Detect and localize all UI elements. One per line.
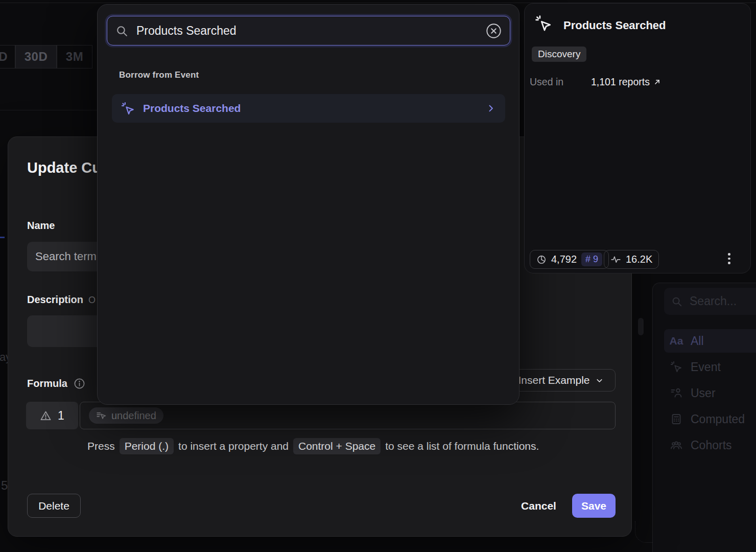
- axis-tick-fragment: 5: [1, 478, 8, 493]
- save-button[interactable]: Save: [572, 494, 616, 518]
- toolbar-divider: [0, 110, 97, 110]
- sidebar-item-label: All: [691, 334, 704, 348]
- text-format-icon: Aa: [670, 335, 682, 347]
- formula-warning-counter[interactable]: 1: [26, 402, 78, 429]
- sidebar-item-label: Event: [691, 360, 721, 374]
- category-badge: Discovery: [532, 47, 586, 62]
- description-optional-fragment: O: [88, 295, 96, 306]
- property-search-field[interactable]: [107, 16, 510, 45]
- info-icon[interactable]: [74, 378, 85, 389]
- activity-pill[interactable]: 16.2K: [604, 250, 659, 269]
- formula-property-chip[interactable]: undefined: [89, 407, 163, 424]
- search-icon: [115, 25, 128, 37]
- time-range-30d-button[interactable]: 30D: [15, 45, 57, 68]
- description-label: Description: [27, 294, 83, 306]
- insert-example-label: Insert Example: [518, 374, 589, 386]
- search-icon: [671, 296, 682, 307]
- formula-label-row: Formula: [27, 378, 85, 389]
- time-range-3m-label: 3M: [66, 50, 83, 64]
- hint-press: Press: [87, 440, 115, 452]
- sidebar-item-computed[interactable]: Computed: [664, 407, 756, 431]
- control-space-key-chip: Control + Space: [293, 438, 381, 454]
- used-in-reports-link[interactable]: 1,101 reports: [591, 76, 662, 88]
- sidebar-item-event[interactable]: Event: [664, 355, 756, 379]
- sidebar-item-user[interactable]: User: [664, 381, 756, 405]
- property-search-input[interactable]: [135, 24, 479, 38]
- event-result-row[interactable]: Products Searched: [112, 94, 505, 123]
- chevron-right-icon: [486, 103, 496, 113]
- sidebar-item-label: Cohorts: [691, 439, 732, 452]
- hint-mid: to insert a property and: [178, 440, 289, 452]
- event-cursor-icon: [670, 361, 682, 373]
- total-count-value: 4,792: [551, 254, 577, 265]
- sidebar-search-field[interactable]: [664, 288, 756, 315]
- hint-end: to see a list of formula functions.: [385, 440, 539, 452]
- warning-icon: [40, 410, 52, 422]
- time-range-3m-button[interactable]: 3M: [57, 45, 92, 68]
- property-search-dropdown: Borrow from Event Products Searched: [97, 4, 519, 405]
- cohorts-icon: [670, 439, 682, 451]
- event-result-label: Products Searched: [143, 102, 241, 114]
- chart-line-fragment: [0, 237, 5, 238]
- sidebar-item-all[interactable]: Aa All: [664, 329, 756, 353]
- user-icon: [670, 387, 682, 399]
- clear-search-button[interactable]: [486, 23, 502, 39]
- more-options-button[interactable]: [728, 253, 730, 264]
- sidebar-search-input[interactable]: [689, 294, 756, 309]
- calculator-icon: [670, 413, 682, 425]
- total-count-pill[interactable]: 4,792 # 9: [530, 250, 609, 269]
- sidebar-item-cohorts[interactable]: Cohorts: [664, 433, 756, 457]
- time-range-30d-label: 30D: [25, 50, 48, 64]
- background-scrollbar-thumb[interactable]: [638, 318, 644, 335]
- name-label: Name: [27, 220, 55, 232]
- rank-badge: # 9: [581, 252, 602, 266]
- cancel-button[interactable]: Cancel: [512, 494, 565, 518]
- sidebar-item-label: Computed: [691, 412, 745, 426]
- borrow-from-event-label: Borrow from Event: [119, 70, 199, 80]
- event-details-panel: Products Searched Discovery Used in 1,10…: [524, 3, 751, 273]
- event-cursor-icon: [535, 15, 552, 32]
- period-key-chip: Period (.): [120, 438, 174, 454]
- sidebar-item-list: Aa All Event User Computed Cohorts: [664, 329, 756, 457]
- external-link-arrow-icon: [653, 78, 662, 86]
- insert-example-button[interactable]: Insert Example: [506, 369, 616, 392]
- formula-hint: Press Period (.) to insert a property an…: [87, 438, 539, 454]
- time-range-partial-label: D: [0, 50, 8, 64]
- time-range-7d-button[interactable]: D: [0, 45, 15, 68]
- formula-input[interactable]: undefined: [80, 402, 616, 429]
- warning-count: 1: [58, 409, 64, 423]
- delete-button[interactable]: Delete: [27, 494, 81, 518]
- chevron-down-icon: [595, 376, 604, 385]
- modal-title: Update Cu: [27, 159, 101, 176]
- activity-value: 16.2K: [626, 254, 652, 265]
- event-details-title: Products Searched: [563, 19, 666, 32]
- used-in-value: 1,101 reports: [591, 76, 650, 88]
- pulse-icon: [610, 254, 621, 265]
- used-in-label: Used in: [530, 76, 563, 88]
- property-type-sidebar: Aa All Event User Computed Cohorts: [652, 283, 756, 552]
- event-cursor-icon: [121, 102, 135, 116]
- formula-label: Formula: [27, 378, 67, 389]
- property-lines-cursor-icon: [96, 410, 107, 421]
- formula-chip-label: undefined: [111, 410, 156, 422]
- description-label-row: Description O: [27, 294, 96, 306]
- sidebar-item-label: User: [691, 386, 716, 400]
- pie-chart-icon: [536, 255, 547, 265]
